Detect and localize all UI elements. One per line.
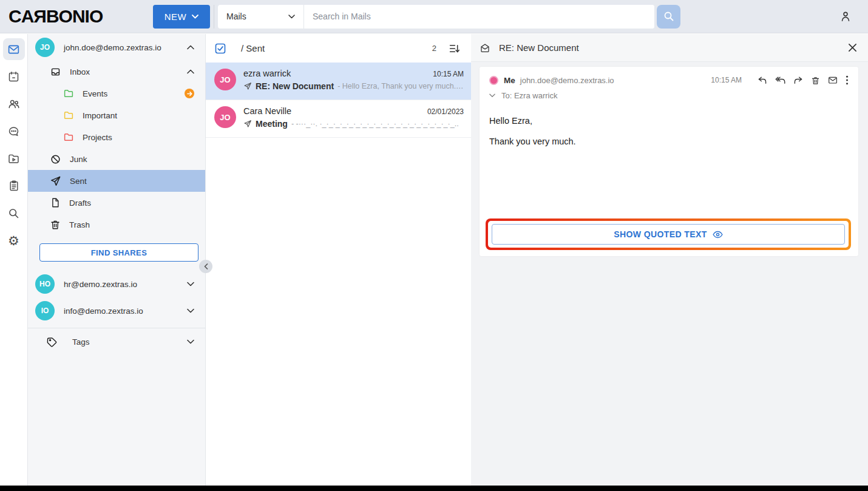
inbox-icon xyxy=(50,66,61,78)
rail-item-calendar[interactable] xyxy=(3,66,25,87)
rail-item-mails[interactable] xyxy=(3,38,25,60)
new-button-label: NEW xyxy=(164,12,187,22)
select-all-checkbox-icon[interactable] xyxy=(214,42,226,55)
sidebar-item-sent[interactable]: Sent xyxy=(28,170,205,192)
sidebar-item-trash[interactable]: Trash xyxy=(28,214,205,235)
tag-icon xyxy=(46,336,58,348)
avatar: JO xyxy=(214,69,236,90)
search-icon xyxy=(7,207,20,220)
sidebar-item-label: Inbox xyxy=(70,67,178,76)
find-shares-button[interactable]: FIND SHARES xyxy=(39,243,198,262)
rail-item-files[interactable] xyxy=(3,147,25,169)
rail-item-search[interactable] xyxy=(3,202,25,224)
envelope-icon xyxy=(480,42,490,53)
rail-item-tasks[interactable] xyxy=(3,175,25,197)
sent-paper-plane-icon xyxy=(243,120,252,128)
sidebar-collapse-button[interactable] xyxy=(199,260,212,273)
sidebar-item-label: Drafts xyxy=(69,198,194,208)
account-menu-button[interactable] xyxy=(839,10,852,23)
eye-icon xyxy=(713,231,723,239)
sidebar-account-primary[interactable]: JO john.doe@demo.zextras.io xyxy=(28,34,205,61)
chevron-down-icon xyxy=(187,308,194,313)
search-icon xyxy=(663,11,674,22)
rail-item-settings[interactable]: ⚙ xyxy=(3,229,25,251)
carbonio-app: CAЯBONIO NEW Mails xyxy=(0,0,868,491)
show-quoted-text-label: SHOW QUOTED TEXT xyxy=(614,229,707,239)
account-email: info@demo.zextras.io xyxy=(64,306,187,316)
search-module-value: Mails xyxy=(226,12,282,21)
message-actions xyxy=(758,75,849,85)
close-icon[interactable] xyxy=(848,43,857,52)
mail-time: 02/01/2023 xyxy=(427,107,464,116)
sidebar-item-drafts[interactable]: Drafts xyxy=(28,192,205,214)
conversation-title: RE: New Document xyxy=(499,42,579,53)
mail-list-item[interactable]: JO Cara Neville 02/01/2023 Meeting - -··… xyxy=(206,100,471,138)
carbonio-logo: CAЯBONIO xyxy=(8,6,153,27)
folder-icon xyxy=(63,132,74,143)
annotation-highlight: SHOW QUOTED TEXT xyxy=(486,218,851,250)
shared-arrow-icon xyxy=(185,89,194,98)
rail-item-chats[interactable] xyxy=(3,120,25,142)
search-button[interactable] xyxy=(657,5,680,29)
gear-icon: ⚙ xyxy=(8,234,19,247)
mail-subject: Meeting xyxy=(256,119,288,129)
mail-list-pane: / Sent 2 JO ezra warrick 10:15 AM RE: Ne… xyxy=(206,34,471,486)
mark-unread-envelope-icon[interactable] xyxy=(828,76,838,84)
trash-icon[interactable] xyxy=(811,76,820,85)
sent-paper-plane-icon xyxy=(243,82,252,90)
avatar xyxy=(489,76,498,85)
chat-icon xyxy=(7,125,20,138)
chevron-down-icon xyxy=(187,339,194,344)
mail-list-header: / Sent 2 xyxy=(206,34,471,63)
junk-icon xyxy=(50,154,61,165)
account-email: hr@demo.zextras.io xyxy=(64,280,187,289)
search-input[interactable] xyxy=(304,5,654,29)
chevron-down-icon xyxy=(192,15,198,19)
sidebar-item-label: Sent xyxy=(70,177,194,186)
sidebar-item-important[interactable]: Important xyxy=(28,104,205,126)
message-to-row[interactable]: To: Ezra warrick xyxy=(489,91,849,100)
avatar: JO xyxy=(35,38,55,57)
message-from-email: john.doe@demo.zextras.io xyxy=(520,76,711,85)
body-line: Hello Ezra, xyxy=(489,116,849,126)
chevron-down-icon xyxy=(288,15,295,19)
mail-list-item[interactable]: JO ezra warrick 10:15 AM RE: New Documen… xyxy=(206,63,471,100)
bottom-bar xyxy=(0,486,868,491)
search-module-select[interactable]: Mails xyxy=(218,5,304,29)
reply-all-icon[interactable] xyxy=(775,76,785,85)
annotation-inner: SHOW QUOTED TEXT xyxy=(488,221,849,248)
new-button[interactable]: NEW xyxy=(153,5,210,29)
sidebar-item-inbox[interactable]: Inbox xyxy=(28,61,205,83)
mail-sender: Cara Neville xyxy=(243,106,427,116)
rail-item-contacts[interactable] xyxy=(3,93,25,115)
sidebar-item-tags[interactable]: Tags xyxy=(28,328,205,355)
reading-pane: RE: New Document Me john.doe@demo.zextra… xyxy=(471,34,868,486)
forward-icon[interactable] xyxy=(793,76,803,85)
sidebar-account-info[interactable]: IO info@demo.zextras.io xyxy=(28,297,205,324)
sidebar-item-junk[interactable]: Junk xyxy=(28,148,205,170)
message-from-label: Me xyxy=(504,76,515,85)
more-options-kebab-icon[interactable] xyxy=(846,75,849,85)
show-quoted-text-button[interactable]: SHOW QUOTED TEXT xyxy=(492,224,845,245)
sidebar-item-projects[interactable]: Projects xyxy=(28,126,205,148)
reading-pane-header: RE: New Document xyxy=(471,34,868,62)
sidebar-item-label: Trash xyxy=(69,220,194,229)
mail-preview: - Hello Ezra, Thank you very much. ... xyxy=(337,82,464,90)
contacts-icon xyxy=(7,97,21,110)
message-to-line: To: Ezra warrick xyxy=(501,91,557,100)
mail-sidebar: JO john.doe@demo.zextras.io Inbox Events xyxy=(28,34,206,486)
sort-icon[interactable] xyxy=(449,43,460,54)
sidebar-account-hr[interactable]: HO hr@demo.zextras.io xyxy=(28,271,205,297)
message-body: Hello Ezra, Thank you very much. xyxy=(489,116,849,147)
file-icon xyxy=(50,197,61,208)
mail-subject: RE: New Document xyxy=(256,81,334,91)
sidebar-item-label: Junk xyxy=(70,155,194,164)
message-time: 10:15 AM xyxy=(711,76,742,84)
paper-plane-icon xyxy=(50,175,61,187)
sidebar-item-label: Events xyxy=(83,89,176,98)
sidebar-item-events[interactable]: Events xyxy=(28,83,205,104)
folder-icon xyxy=(63,110,74,121)
reply-icon[interactable] xyxy=(758,76,767,85)
chevron-down-icon xyxy=(187,282,194,286)
mail-preview: - -···_··. ·_·_·_·_·_·_·_·_·_·_·_·_·_·_·… xyxy=(291,120,459,128)
